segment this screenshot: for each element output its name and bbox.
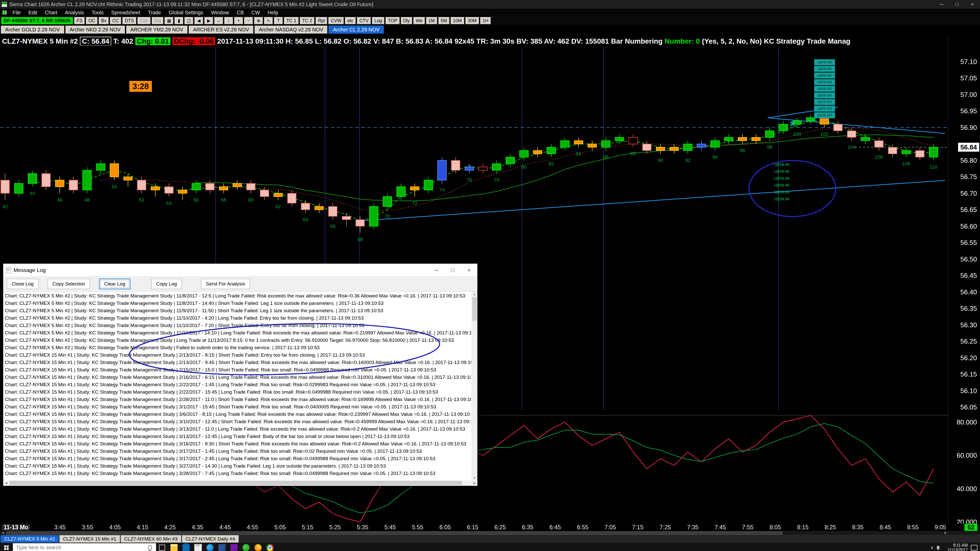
chartbook-tab-archer-es-v2-29-nov[interactable]: ARCHER ES v2.29 NOV	[189, 25, 253, 34]
zoom-out-icon[interactable]: −	[244, 17, 253, 24]
window-minimize-button[interactable]: ─	[934, 0, 950, 9]
chartbook-tab-archer-ym2-29-nov[interactable]: ARCHER YM2.29 NOV	[126, 25, 188, 34]
menu-chart[interactable]: Chart	[41, 10, 61, 16]
mlog-maximize-button[interactable]: □	[445, 264, 461, 276]
send-for-analysis-button[interactable]: Send For Analysis	[201, 279, 250, 289]
hscroll-right-icon[interactable]: ▶	[472, 480, 477, 486]
search-input[interactable]	[13, 545, 148, 551]
edge-taskbar-button[interactable]	[204, 543, 216, 551]
scroll-left-icon[interactable]: ◀	[194, 17, 203, 24]
toolbar-button-cc[interactable]: CC	[110, 17, 121, 24]
toolbar-button-etc[interactable]: etc	[345, 17, 356, 24]
sheet-tab-clz7-nymex-daily-4[interactable]: CLZ7-NYMEX Daily #4	[182, 535, 239, 543]
sheet-tab-clz7-nymex-5-min-2[interactable]: CLZ7-NYMEX 5 Min #2	[1, 535, 59, 543]
mail-taskbar-button[interactable]	[192, 543, 204, 551]
chart-style-icon[interactable]: ▦	[165, 17, 173, 24]
chartbook-tab-archer-nasdaq-v2-29-nov[interactable]: Archer NASDAQ v2.29 NOV	[255, 25, 328, 34]
sheet-tab-clz7-nymex-60-min-3[interactable]: CLZ7-NYMEX 60 Min #3	[121, 535, 181, 543]
mlog-minimize-button[interactable]: ─	[428, 264, 445, 276]
menu-edit[interactable]: Edit	[24, 10, 41, 16]
word-taskbar-button[interactable]	[216, 543, 228, 551]
toolbar-button-10m[interactable]: 10M	[451, 17, 464, 24]
v-scale-icon[interactable]: ↕	[224, 17, 233, 24]
message-log-horizontal-scrollbar[interactable]: ◀ ▶	[3, 480, 477, 486]
firefox-taskbar-button[interactable]	[252, 543, 264, 551]
scrollbar-thumb[interactable]	[6, 531, 783, 535]
scroll-right-icon[interactable]: ▶	[204, 17, 213, 24]
copy-selection-button[interactable]: Copy Selection	[48, 279, 90, 289]
menu-trade[interactable]: Trade	[144, 10, 165, 16]
menu-cb[interactable]: CB	[233, 10, 248, 16]
bar-chart-icon[interactable]: ▮	[175, 17, 183, 24]
toolbar-button-fs[interactable]: FS	[74, 17, 85, 24]
candlestick-icon[interactable]: ◫	[185, 17, 193, 24]
price-scale[interactable]: 57.1057.0557.0056.9556.9056.8056.7556.70…	[948, 35, 980, 524]
toolbar-button-tc-1[interactable]: TC 1	[284, 17, 299, 24]
action-center-icon[interactable]	[971, 545, 977, 551]
toolbar-button-oc[interactable]: OC	[86, 17, 97, 24]
hscroll-thumb[interactable]	[10, 481, 462, 485]
menu-analysis[interactable]: Analysis	[61, 10, 88, 16]
message-log-vertical-scrollbar[interactable]: ▲ ▼	[472, 292, 477, 480]
pointer-icon[interactable]: ↖	[264, 17, 273, 24]
zoom-in-icon[interactable]: +	[234, 17, 243, 24]
scrollbar-right-arrow-icon[interactable]: ▶	[943, 531, 948, 535]
toolbar-button-30m[interactable]: 30M	[466, 17, 479, 24]
menu-file[interactable]: File	[9, 10, 24, 16]
task-view-button[interactable]	[156, 543, 168, 551]
crosshair-icon[interactable]: ⊕	[254, 17, 263, 24]
chartbook-tab-archer-cl-2-29-nov[interactable]: Archer CL 2.29 NOV	[328, 25, 384, 34]
tray-status-icon[interactable]	[937, 546, 943, 549]
tray-expand-icon[interactable]: ∧	[928, 545, 936, 550]
vscroll-down-icon[interactable]: ▼	[472, 475, 477, 480]
menu-window[interactable]: Window	[207, 10, 233, 16]
menu-help[interactable]: Help	[264, 10, 282, 16]
toolbar-button-ctv[interactable]: CTV	[357, 17, 371, 24]
chartbook-tab-archer-gold-2-29-nov[interactable]: Archer GOLD 2.29 NOV	[1, 25, 64, 34]
toolbar-button-1m[interactable]: 1M	[426, 17, 437, 24]
menu-cw[interactable]: CW	[248, 10, 264, 16]
window-maximize-button[interactable]: □	[950, 0, 965, 9]
sheet-tab-clz7-nymex-15-min-1[interactable]: CLZ7-NYMEX 15 Min #1	[59, 535, 120, 543]
microphone-icon[interactable]	[148, 545, 152, 550]
message-log-title-bar[interactable]: Message Log ─□×	[3, 264, 477, 276]
message-log-body[interactable]: Chart: CLZ7-NYMEX 5 Min #2 | Study: KC S…	[3, 291, 477, 480]
toolbar-button-tc-2[interactable]: TC 2	[300, 17, 314, 24]
taskbar-search[interactable]	[13, 543, 156, 551]
file-explorer-taskbar-button[interactable]	[168, 543, 180, 551]
start-button[interactable]	[0, 543, 13, 551]
message-log-window[interactable]: Message Log ─□× Close LogCopy SelectionC…	[3, 264, 477, 486]
chrome-taskbar-button[interactable]	[264, 543, 276, 551]
toolbar-button-log[interactable]: Log	[372, 17, 384, 24]
toolbar-button-dts[interactable]: DTS	[123, 17, 136, 24]
menu-tools[interactable]: Tools	[88, 10, 107, 16]
close-log-button[interactable]: Close Log	[7, 279, 38, 289]
time-axis[interactable]: 11-13 Mo 52 3:453:554:054:154:254:354:45…	[0, 524, 980, 531]
scrollbar-left-arrow-icon[interactable]: ◀	[0, 531, 6, 535]
text-tool-icon[interactable]: T	[274, 17, 283, 24]
vscroll-thumb[interactable]	[473, 297, 477, 321]
toolbar-button-cvw[interactable]: CVW	[328, 17, 344, 24]
toolbar-button-dly[interactable]: Dly	[401, 17, 412, 24]
toolbar-button-bv[interactable]: Bv	[99, 17, 109, 24]
chartbook-tab-archer-nkd-2-29-nov[interactable]: Archer NKD 2.29 NOV	[65, 25, 125, 34]
clear-log-button[interactable]: Clear Log	[99, 279, 130, 289]
menu-spreadsheet[interactable]: Spreadsheet	[107, 10, 144, 16]
toolbar-button-rpl[interactable]: Rpl	[316, 17, 327, 24]
title-bar[interactable]: Sierra Chart 1626 Archer CL 2.29 NOV.cht…	[0, 0, 980, 9]
store-taskbar-button[interactable]	[180, 543, 192, 551]
sierra-taskbar-button[interactable]	[240, 543, 252, 551]
h-scale-icon[interactable]: ↔	[215, 17, 223, 24]
window-close-button[interactable]: ×	[965, 0, 980, 9]
toolbar-button-top[interactable]: TOP	[386, 17, 400, 24]
toolbar-button-1h[interactable]: 1H	[480, 17, 491, 24]
copy-log-button[interactable]: Copy Log	[151, 279, 182, 289]
menu-global-settings[interactable]: Global Settings	[165, 10, 207, 16]
mlog-close-button[interactable]: ×	[461, 264, 477, 276]
hscroll-left-icon[interactable]: ◀	[3, 480, 9, 486]
vscroll-up-icon[interactable]: ▲	[472, 292, 477, 297]
chart-horizontal-scrollbar[interactable]: ◀ ▶	[0, 531, 980, 535]
toolbar-button-we[interactable]: We	[414, 17, 425, 24]
taskbar-clock[interactable]: 9:11 AM 11/13/2017	[948, 543, 968, 551]
onenote-taskbar-button[interactable]	[228, 543, 240, 551]
